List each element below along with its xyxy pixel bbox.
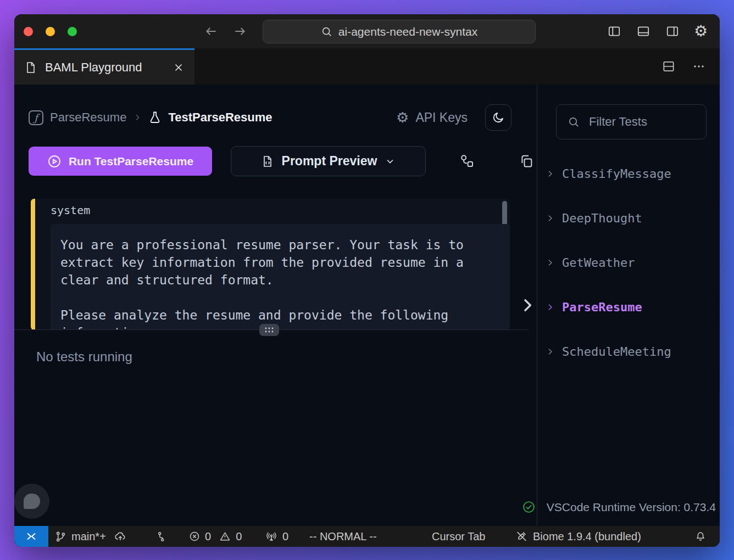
filter-tests-input[interactable] [589, 115, 720, 129]
no-tests-status: No tests running [36, 349, 132, 365]
close-tab-icon[interactable] [173, 61, 185, 74]
prompt-role-label: system [51, 204, 90, 217]
check-circle-icon [522, 500, 536, 514]
close-window-button[interactable] [24, 27, 33, 36]
cursor-tab-status[interactable]: Cursor Tab [432, 526, 485, 547]
split-editor-icon[interactable] [661, 59, 676, 74]
file-code-icon [261, 154, 274, 169]
toggle-secondary-sidebar-icon[interactable] [665, 24, 680, 38]
search-icon [321, 26, 333, 38]
moon-icon [492, 111, 505, 124]
tab-baml-playground[interactable]: BAML Playground [14, 48, 194, 85]
editor-tab-bar: BAML Playground [14, 48, 720, 85]
api-keys-button[interactable]: ⚙ API Keys [396, 110, 468, 125]
error-count: 0 [205, 530, 211, 543]
pen-slash-icon [515, 530, 528, 542]
forward-arrow-icon[interactable] [232, 24, 248, 38]
chevron-right-icon[interactable] [546, 259, 554, 267]
git-branch-icon [55, 531, 66, 542]
git-branch-status[interactable]: main*+ [55, 526, 127, 547]
toggle-panel-icon[interactable] [636, 24, 651, 38]
problems-status[interactable]: 0 0 [189, 526, 242, 547]
chevron-right-icon[interactable] [546, 214, 554, 222]
ports-count: 0 [282, 530, 288, 543]
chevron-right-icon[interactable] [546, 170, 554, 178]
run-test-button[interactable]: Run TestParseResume [29, 147, 212, 176]
breadcrumb-test[interactable]: TestParseResume [168, 110, 272, 125]
app-window: ai-agents-need-new-syntax ⚙ BAML Playgro… [14, 14, 720, 547]
function-icon: ƒ [29, 110, 43, 125]
radio-tower-icon [265, 531, 277, 542]
chat-bubble-icon [24, 494, 40, 509]
more-actions-icon[interactable] [692, 60, 705, 73]
filter-tests-box[interactable] [556, 104, 707, 139]
cursor-tab-label: Cursor Tab [432, 530, 485, 543]
git-branch-label: main*+ [71, 530, 106, 543]
prompt-gutter-bar [31, 199, 35, 330]
breadcrumb-function[interactable]: ParseResume [50, 110, 126, 125]
api-keys-label: API Keys [415, 110, 468, 125]
file-icon [24, 60, 37, 75]
remote-indicator-button[interactable] [14, 526, 48, 547]
prompt-text: You are a professional resume parser. Yo… [60, 236, 500, 330]
biome-status[interactable]: Biome 1.9.4 (bundled) [515, 526, 641, 547]
prompt-preview-label: Prompt Preview [282, 154, 377, 169]
test-name: ParseResume [562, 300, 642, 314]
run-test-label: Run TestParseResume [69, 155, 193, 168]
error-icon [189, 531, 200, 542]
breadcrumb: ƒ ParseResume TestParseResume [29, 104, 273, 131]
chevron-right-icon [133, 113, 142, 122]
git-graph-icon [156, 531, 167, 542]
prompt-preview-panel: system You are a professional resume par… [31, 199, 510, 330]
vim-mode-label: -- NORMAL -- [309, 530, 377, 543]
command-center-searchbar[interactable]: ai-agents-need-new-syntax [263, 20, 536, 43]
maximize-window-button[interactable] [68, 27, 77, 36]
biome-label: Biome 1.9.4 (bundled) [533, 530, 641, 543]
minimize-window-button[interactable] [46, 27, 55, 36]
chevron-right-icon[interactable] [546, 303, 554, 311]
prompt-preview-dropdown[interactable]: Prompt Preview [231, 146, 426, 176]
curl-view-icon[interactable] [459, 153, 475, 169]
theme-toggle-button[interactable] [485, 104, 511, 131]
play-circle-icon [47, 154, 62, 169]
status-bar: main*+ 0 0 0 -- N [14, 526, 720, 547]
prompt-code-block: You are a professional resume parser. Yo… [51, 224, 510, 330]
settings-gear-icon[interactable]: ⚙ [694, 24, 708, 39]
search-icon [568, 116, 580, 128]
notifications-bell[interactable] [694, 526, 707, 547]
tree-item-parseresume[interactable]: ParseResume [537, 298, 719, 316]
title-bar: ai-agents-need-new-syntax ⚙ [14, 14, 720, 48]
runtime-version-label: VSCode Runtime Version: 0.73.4 [547, 501, 716, 514]
copy-icon[interactable] [519, 153, 534, 169]
playground-main-pane: ƒ ParseResume TestParseResume ⚙ API Keys [14, 85, 537, 526]
tests-sidebar: ClassifyMessage DeepThought GetWeather P… [537, 85, 719, 526]
test-name: GetWeather [562, 256, 635, 270]
git-graph-status[interactable] [156, 526, 167, 547]
vim-mode-status[interactable]: -- NORMAL -- [309, 526, 377, 547]
tab-title: BAML Playground [45, 60, 165, 75]
chevron-right-icon[interactable] [546, 348, 554, 356]
chevron-down-icon [385, 156, 396, 167]
flask-icon [148, 110, 162, 125]
test-name: ClassifyMessage [562, 167, 671, 181]
drag-handle[interactable] [259, 324, 279, 336]
test-name: DeepThought [562, 211, 642, 225]
tree-item-deepthought[interactable]: DeepThought [537, 209, 719, 227]
warning-icon [219, 531, 231, 542]
remote-icon [25, 530, 37, 542]
tree-item-classifymessage[interactable]: ClassifyMessage [537, 164, 719, 183]
test-name: ScheduleMeeting [562, 345, 671, 359]
tree-item-schedulemeeting[interactable]: ScheduleMeeting [537, 342, 719, 361]
expand-panel-chevron-icon[interactable] [519, 296, 536, 314]
cloud-upload-icon[interactable] [113, 530, 127, 542]
bell-icon [694, 530, 707, 542]
chat-bubble-button[interactable] [14, 484, 49, 519]
warning-count: 0 [236, 530, 242, 543]
ports-status[interactable]: 0 [265, 526, 288, 547]
back-arrow-icon[interactable] [203, 24, 219, 38]
tree-item-getweather[interactable]: GetWeather [537, 253, 719, 272]
api-keys-gear-icon: ⚙ [396, 110, 409, 125]
toggle-primary-sidebar-icon[interactable] [607, 24, 622, 38]
searchbar-text: ai-agents-need-new-syntax [338, 25, 477, 38]
